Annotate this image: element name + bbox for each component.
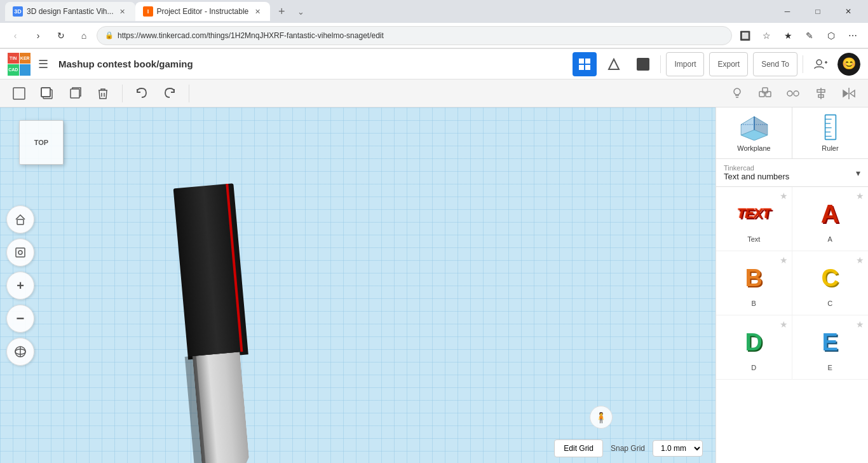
header-sep (660, 55, 661, 73)
tab-overflow-button[interactable]: ⌄ (292, 3, 309, 20)
ruler-button[interactable]: Ruler (792, 107, 868, 159)
address-bar: ‹ › ↻ ⌂ 🔒 https://www.tinkercad.com/thin… (0, 23, 868, 48)
view-cube-label: TOP (34, 139, 48, 146)
left-tools: + − (6, 205, 34, 366)
align-button[interactable] (810, 82, 832, 105)
snap-grid-select[interactable]: 1.0 mm (653, 440, 703, 457)
shape-b-star[interactable]: ★ (780, 255, 788, 265)
pen-icon[interactable]: ✎ (799, 25, 820, 46)
tab-2[interactable]: I Project Editor - Instructable ✕ (135, 2, 271, 21)
svg-rect-17 (41, 88, 50, 97)
list-icon[interactable]: ☰ (38, 57, 48, 71)
shape-c-img: C (808, 259, 852, 297)
svg-text:3D: 3D (14, 8, 22, 15)
bookmark-icon[interactable]: ☆ (756, 25, 776, 46)
view-cube[interactable]: TOP (19, 120, 70, 171)
zoom-out-button[interactable]: − (6, 305, 34, 333)
shape-item-d[interactable]: ★ D D (716, 315, 792, 380)
svg-rect-22 (766, 92, 771, 97)
redo-button[interactable] (158, 82, 181, 105)
address-input[interactable]: 🔒 https://www.tinkercad.com/things/1H2Mn… (97, 26, 732, 45)
svg-marker-8 (609, 59, 619, 69)
export-button[interactable]: Export (709, 52, 748, 76)
dark-theme-button[interactable] (631, 52, 655, 76)
perspective-button[interactable] (6, 338, 34, 366)
main-content: TOP (0, 107, 868, 463)
more-button[interactable]: ⋯ (843, 25, 863, 46)
zoom-in-button[interactable]: + (6, 272, 34, 300)
new-shape-button[interactable] (8, 82, 31, 105)
workplane-button[interactable]: Workplane (716, 107, 792, 159)
user-avatar[interactable]: 😊 (837, 53, 860, 76)
flip-button[interactable] (837, 82, 860, 105)
app-header: TIN KER CAD ☰ Mashup contest book/gaming… (0, 49, 868, 79)
header-right: Import Export Send To 😊 (573, 52, 860, 76)
duplicate-button[interactable] (64, 82, 86, 105)
send-to-button[interactable]: Send To (753, 52, 797, 76)
shape-item-c[interactable]: ★ C C (792, 251, 869, 315)
viewport[interactable]: TOP (0, 107, 715, 463)
fit-view-button[interactable] (6, 238, 34, 266)
shape-e-3d: E (822, 329, 838, 356)
toolbar-sep-2 (189, 85, 189, 102)
shapes-dropdown-button[interactable]: ▾ (856, 168, 860, 178)
shape-item-a[interactable]: ★ A A (792, 187, 869, 251)
add-user-button[interactable] (808, 52, 832, 76)
svg-marker-30 (843, 90, 848, 97)
delete-button[interactable] (92, 82, 114, 105)
shape-a-3d: A (821, 200, 839, 228)
minimize-button[interactable]: ─ (773, 0, 802, 23)
svg-rect-9 (637, 58, 649, 71)
share-icon[interactable]: ⬡ (821, 25, 841, 46)
close-button[interactable]: ✕ (834, 0, 863, 23)
shape-e-label: E (828, 364, 832, 371)
window-controls: ─ □ ✕ (773, 0, 863, 23)
logo-tin: TIN (8, 53, 19, 64)
tinkercad-logo[interactable]: TIN KER CAD (8, 53, 31, 76)
tab-1[interactable]: 3D 3D design Fantastic Vih... ✕ (5, 2, 135, 21)
shape-view-button[interactable] (602, 52, 626, 76)
shape-e-star[interactable]: ★ (856, 319, 864, 329)
toolbar-sep-1 (122, 85, 123, 102)
collections-icon[interactable]: ★ (778, 25, 798, 46)
shape-item-e[interactable]: ★ E E (792, 315, 869, 380)
back-button[interactable]: ‹ (5, 25, 25, 46)
wp-ruler-section: Workplane Ruler (716, 107, 868, 159)
forward-button[interactable]: › (28, 25, 48, 46)
light-bulb-button[interactable] (726, 82, 749, 105)
home-nav-button[interactable]: ⌂ (74, 25, 94, 46)
ruler-label: Ruler (822, 144, 838, 152)
shape-c-star[interactable]: ★ (856, 255, 864, 265)
lock-icon: 🔒 (105, 31, 114, 39)
ungroup-button[interactable] (782, 82, 804, 105)
tab-1-close[interactable]: ✕ (118, 6, 128, 17)
shape-d-star[interactable]: ★ (780, 319, 788, 329)
refresh-button[interactable]: ↻ (51, 25, 71, 46)
tab-2-close[interactable]: ✕ (252, 6, 262, 17)
shape-text-star[interactable]: ★ (780, 191, 788, 201)
shapes-grid: ★ TEXT Text ★ A A (716, 187, 868, 380)
shape-item-b[interactable]: ★ B B (716, 251, 792, 315)
book-icon[interactable]: 🔲 (735, 25, 755, 46)
svg-marker-31 (850, 90, 855, 97)
import-button[interactable]: Import (666, 52, 704, 76)
app-title: Mashup contest book/gaming (58, 59, 565, 69)
view-cube-box[interactable]: TOP (19, 120, 64, 165)
svg-rect-32 (17, 219, 24, 225)
person-view-button[interactable]: 🧍 (590, 406, 613, 429)
copy-button[interactable] (36, 82, 58, 105)
group-button[interactable] (754, 82, 776, 105)
shape-a-star[interactable]: ★ (856, 191, 864, 201)
edit-grid-button[interactable]: Edit Grid (554, 439, 603, 457)
maximize-button[interactable]: □ (803, 0, 832, 23)
svg-rect-7 (585, 65, 590, 70)
svg-point-34 (18, 251, 22, 254)
app-container: TIN KER CAD ☰ Mashup contest book/gaming… (0, 49, 868, 463)
workplane-icon (738, 114, 770, 141)
logo-cad1: CAD (8, 64, 19, 76)
shape-item-text[interactable]: ★ TEXT Text (716, 187, 792, 251)
new-tab-button[interactable]: + (273, 3, 290, 20)
home-view-button[interactable] (6, 205, 34, 233)
grid-view-button[interactable] (573, 52, 597, 76)
undo-button[interactable] (130, 82, 153, 105)
